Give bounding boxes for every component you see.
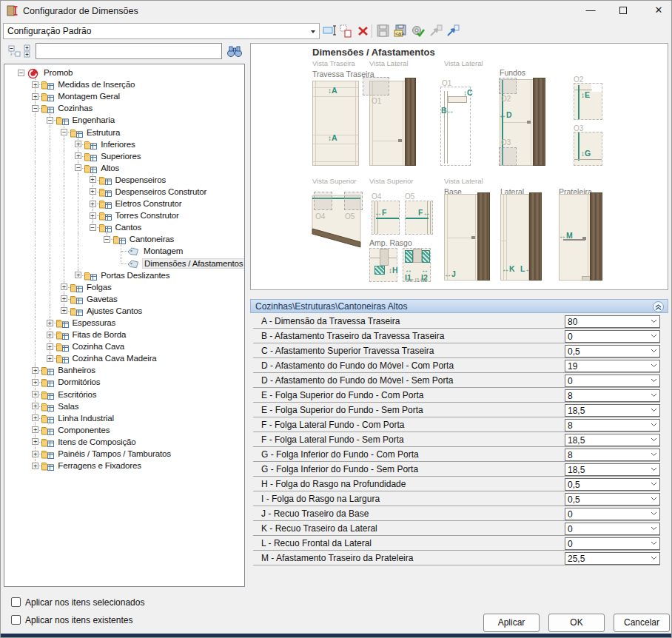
ok-button[interactable]: OK (548, 614, 605, 632)
tree-item[interactable]: Dimensões / Afastamentos (4, 258, 244, 269)
tree-expander[interactable]: + (90, 188, 96, 195)
tree-expander[interactable]: + (47, 343, 53, 350)
minimize-button[interactable]: — (579, 1, 602, 20)
tree-expander[interactable]: − (18, 70, 24, 76)
tree-expander[interactable]: + (75, 141, 81, 147)
tree-item[interactable]: +Salas (4, 400, 244, 412)
tree-search-input[interactable] (36, 43, 222, 59)
tree-expander[interactable]: + (90, 212, 96, 219)
tree-item[interactable]: +Inferiores (4, 138, 244, 150)
tree-item[interactable]: +Gavetas (4, 293, 244, 305)
tree-expander[interactable]: + (32, 438, 38, 445)
param-value-dropdown[interactable]: 0 (565, 375, 660, 387)
tree-expander[interactable]: + (32, 463, 38, 469)
apply-selected-checkbox[interactable] (11, 597, 21, 607)
tree-item[interactable]: +Ajustes Cantos (4, 305, 244, 317)
param-value-dropdown[interactable]: 0,5 (565, 493, 660, 506)
tree-item[interactable]: −Cozinhas (4, 102, 244, 114)
param-value-dropdown[interactable]: 0,5 (565, 345, 660, 357)
tree-expander[interactable]: + (47, 355, 53, 362)
tree-expander[interactable]: − (32, 105, 38, 112)
tree-item[interactable]: +Espessuras (4, 317, 244, 329)
tree-expander[interactable]: + (61, 307, 67, 314)
tree-item[interactable]: −Cantoneiras (4, 233, 244, 245)
param-value-dropdown[interactable]: 80 (565, 315, 660, 328)
tree-item[interactable]: +Ferragens e Fixadores (4, 460, 244, 471)
maximize-button[interactable] (619, 7, 627, 14)
param-value-dropdown[interactable]: 0 (565, 537, 660, 550)
param-value-dropdown[interactable]: 19 (565, 360, 660, 372)
param-value-dropdown[interactable]: 0,5 (565, 478, 660, 491)
close-button[interactable]: ✕ (648, 1, 670, 20)
tree-expander[interactable]: − (104, 236, 110, 243)
tree-expander[interactable]: + (90, 176, 96, 183)
tree-item[interactable]: +Escritórios (4, 389, 244, 400)
tree-expander[interactable]: + (61, 295, 67, 302)
tree-item[interactable]: +Eletros Construtor (4, 198, 244, 209)
tree-expander[interactable]: + (32, 451, 38, 457)
tree-expander[interactable]: + (61, 283, 67, 290)
collapse-section-button[interactable] (653, 301, 664, 312)
tree-item[interactable]: +Fitas de Borda (4, 329, 244, 340)
copy-config-icon[interactable] (339, 24, 354, 38)
tree-item[interactable]: +Folgas (4, 281, 244, 293)
tree-expander[interactable]: + (75, 272, 81, 278)
tree-item[interactable]: +Despenseiros (4, 174, 244, 186)
tree-item[interactable]: +Montagem Geral (4, 90, 244, 102)
tree-expander[interactable]: + (32, 426, 38, 433)
tree-expander[interactable]: + (47, 332, 53, 338)
tree-item[interactable]: +Medidas de Inserção (4, 78, 244, 90)
tree-expander[interactable]: + (32, 414, 38, 421)
tree-expander[interactable]: + (32, 379, 38, 386)
tree-item[interactable]: +Banheiros (4, 364, 244, 376)
apply-config-icon[interactable] (411, 24, 426, 38)
apply-existing-checkbox[interactable] (11, 615, 21, 625)
tree-expander[interactable]: − (90, 224, 96, 231)
tree-expander[interactable]: + (32, 403, 38, 409)
tree-item[interactable]: +Cozinha Cava (4, 340, 244, 352)
param-value-dropdown[interactable]: 8 (565, 419, 660, 432)
tree-expander[interactable]: − (47, 117, 53, 124)
cancel-button[interactable]: Cancelar (614, 614, 670, 632)
search-binoculars-icon[interactable] (226, 44, 243, 58)
export-icon[interactable] (446, 24, 460, 38)
tree-expander[interactable]: + (47, 320, 53, 326)
param-value-dropdown[interactable]: 0 (565, 508, 660, 520)
tree-item[interactable]: +Torres Construtor (4, 209, 244, 221)
save-as-xml-icon[interactable]: <a> (393, 24, 408, 38)
rename-config-icon[interactable] (323, 24, 337, 38)
tree-item[interactable]: +Superiores (4, 150, 244, 162)
tree-item[interactable]: +Portas Deslizantes (4, 269, 244, 281)
configuration-combobox[interactable]: Configuração Padrão (3, 23, 320, 39)
param-value-dropdown[interactable]: 0 (565, 330, 660, 343)
param-value-dropdown[interactable]: 18,5 (565, 434, 660, 446)
delete-config-icon[interactable] (356, 24, 371, 38)
tree-item[interactable]: +Cozinha Cava Madeira (4, 352, 244, 364)
tree-expander[interactable]: + (32, 93, 38, 100)
tree-item[interactable]: −Altos (4, 162, 244, 174)
tree-item[interactable]: −Estrutura (4, 126, 244, 138)
collapse-all-icon[interactable] (8, 44, 21, 58)
tree-item[interactable]: −Cantos (4, 221, 244, 233)
tree-item[interactable]: +Linha Industrial (4, 412, 244, 424)
tree-item[interactable]: −Engenharia (4, 114, 244, 126)
tree-item[interactable]: +Despenseiros Construtor (4, 186, 244, 198)
tree-expander[interactable]: + (32, 391, 38, 397)
apply-button[interactable]: Aplicar (483, 614, 540, 632)
param-value-dropdown[interactable]: 18,5 (565, 404, 660, 417)
param-value-dropdown[interactable]: 8 (565, 389, 660, 402)
param-value-dropdown[interactable]: 18,5 (565, 463, 660, 476)
tree-expander[interactable]: + (32, 367, 38, 374)
tree-item[interactable]: −Promob (4, 67, 244, 78)
tree-expander[interactable]: + (90, 201, 96, 207)
tree-item[interactable]: +Componentes (4, 424, 244, 436)
param-value-dropdown[interactable]: 25,5 (565, 552, 660, 565)
param-value-dropdown[interactable]: 8 (565, 449, 660, 461)
tree-expander[interactable]: − (61, 129, 67, 135)
param-value-dropdown[interactable]: 0 (565, 523, 660, 535)
tree-expander[interactable]: − (75, 164, 81, 171)
tree-expander[interactable]: + (32, 81, 38, 88)
tree-item[interactable]: +Painéis / Tampos / Tamburatos (4, 448, 244, 460)
tree-expander[interactable]: + (75, 152, 81, 159)
tree-item[interactable]: +Dormitórios (4, 376, 244, 388)
